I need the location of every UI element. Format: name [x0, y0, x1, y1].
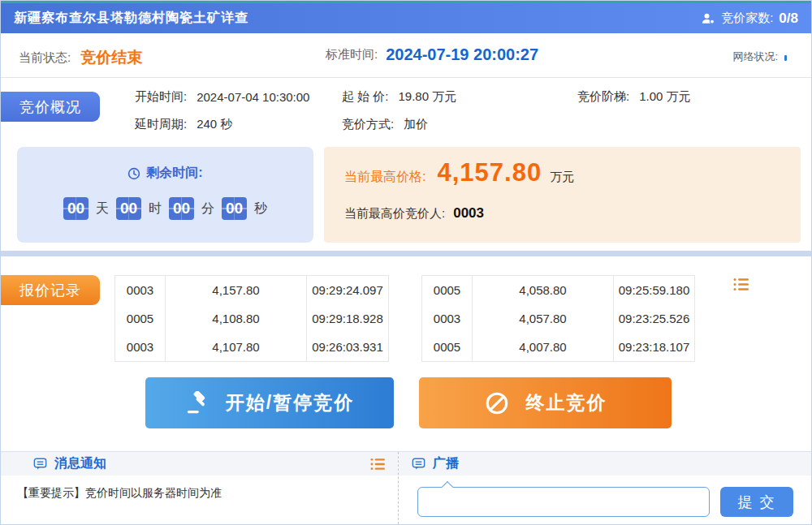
- server-time: 标准时间: 2024-07-19 20:00:27: [326, 45, 538, 64]
- title-bar: 新疆察布查尔县塔勒德村陶瓷土矿详查 竞价家数: 0/8: [1, 3, 811, 33]
- broadcast-panel: 广播 提 交: [399, 452, 811, 524]
- bid-price: 4,108.80: [166, 304, 307, 333]
- countdown-title: 剩余时间:: [17, 165, 313, 182]
- countdown-panel: 剩余时间: 00 天 00 时 00 分 00 秒: [17, 147, 313, 243]
- bid-time: 09:23:18.107: [614, 333, 694, 361]
- bid-price: 4,157.80: [166, 276, 307, 304]
- day-unit: 天: [96, 200, 109, 217]
- countdown-label: 剩余时间:: [146, 165, 202, 182]
- field-label: 竞价方式:: [342, 117, 394, 132]
- field-value: 19.80 万元: [399, 89, 457, 105]
- records-section-label: 报价记录: [1, 275, 100, 305]
- field-delay-period: 延时周期: 240 秒: [135, 117, 232, 132]
- terminate-button[interactable]: 终止竞价: [419, 377, 672, 428]
- bidder-count: 竞价家数: 0/8: [701, 11, 798, 27]
- field-label: 起 始 价:: [342, 89, 389, 105]
- field-value: 2024-07-04 10:30:00: [197, 90, 309, 104]
- bid-row: 0003 4,057.80 09:23:25.526: [422, 304, 694, 333]
- notice-title: 消息通知: [54, 455, 106, 472]
- countdown-digits: 00 天 00 时 00 分 00 秒: [17, 197, 313, 220]
- bid-time: 09:23:25.526: [614, 304, 694, 333]
- bid-table-left: 0003 4,157.80 09:29:24.097 0005 4,108.80…: [114, 275, 389, 362]
- countdown-seconds: 00: [222, 197, 247, 220]
- bid-row: 0003 4,107.80 09:26:03.931: [115, 333, 388, 361]
- second-unit: 秒: [254, 200, 267, 217]
- clock-icon: [127, 167, 140, 180]
- bidder-code: 0003: [422, 304, 473, 333]
- highest-price-row: 当前最高价格: 4,157.80 万元: [344, 158, 574, 187]
- field-label: 延时周期:: [135, 117, 187, 132]
- field-increment: 竞价阶梯: 1.00 万元: [577, 89, 691, 105]
- bidder-code: 0003: [115, 333, 166, 361]
- bidder-code: 0003: [115, 276, 166, 304]
- users-icon: [701, 11, 715, 26]
- auction-window: 新疆察布查尔县塔勒德村陶瓷土矿详查 竞价家数: 0/8 当前状态: 竞价结束 标…: [0, 0, 812, 525]
- start-pause-label: 开始/暂停竞价: [226, 390, 354, 415]
- field-value: 240 秒: [197, 117, 232, 132]
- countdown-days: 00: [63, 197, 89, 220]
- hour-unit: 时: [149, 200, 162, 217]
- notice-header: 消息通知: [1, 452, 398, 476]
- highest-bidder-row: 当前最高价竞价人: 0003: [344, 205, 484, 222]
- overview-section-label: 竞价概况: [1, 92, 100, 122]
- network-status: 网络状况:: [732, 49, 787, 64]
- highest-price-value: 4,157.80: [437, 158, 542, 187]
- minute-unit: 分: [201, 200, 214, 217]
- field-value: 1.00 万元: [639, 89, 690, 105]
- bottom-panels: 消息通知 【重要提示】竞价时间以服务器时间为准: [1, 451, 811, 524]
- field-value: 加价: [404, 117, 428, 132]
- bidder-count-value: 0/8: [779, 11, 798, 27]
- bidder-code: 0005: [115, 304, 166, 333]
- state-label: 当前状态:: [19, 50, 71, 66]
- bid-row: 0005 4,108.80 09:29:18.928: [115, 304, 388, 333]
- bid-price: 4,007.80: [473, 333, 614, 361]
- time-label: 标准时间:: [326, 47, 378, 62]
- field-start-price: 起 始 价: 19.80 万元: [342, 89, 456, 105]
- state-value: 竞价结束: [80, 47, 142, 68]
- field-label: 开始时间:: [135, 89, 187, 105]
- countdown-minutes: 00: [169, 197, 194, 220]
- broadcast-header: 广播: [399, 452, 811, 476]
- notice-message: 【重要提示】竞价时间以服务器时间为准: [1, 476, 398, 511]
- chat-bubble-icon: [33, 458, 47, 471]
- notice-panel: 消息通知 【重要提示】竞价时间以服务器时间为准: [1, 452, 399, 524]
- highest-bidder-value: 0003: [453, 205, 484, 222]
- records-section: 报价记录 0003 4,157.80 09:29:24.097 0005 4,1…: [1, 256, 811, 451]
- prohibit-icon: [484, 390, 510, 416]
- price-unit: 万元: [550, 170, 574, 185]
- bid-price: 4,057.80: [473, 304, 614, 333]
- bid-row: 0005 4,058.80 09:25:59.180: [422, 276, 694, 304]
- notice-list-icon[interactable]: [370, 458, 385, 471]
- highest-price-label: 当前最高价格:: [344, 169, 425, 186]
- bid-row: 0005 4,007.80 09:23:18.107: [422, 333, 694, 361]
- time-value: 2024-07-19 20:00:27: [386, 45, 538, 64]
- bid-table-right: 0005 4,058.80 09:25:59.180 0003 4,057.80…: [421, 275, 695, 362]
- bidder-code: 0005: [422, 333, 473, 361]
- gavel-icon: [185, 391, 209, 415]
- bid-price: 4,058.80: [473, 276, 614, 304]
- highest-bidder-label: 当前最高价竞价人:: [344, 206, 445, 222]
- highest-price-panel: 当前最高价格: 4,157.80 万元 当前最高价竞价人: 0003: [324, 147, 801, 243]
- current-state: 当前状态: 竞价结束: [19, 47, 142, 68]
- countdown-hours: 00: [116, 197, 141, 220]
- page-title: 新疆察布查尔县塔勒德村陶瓷土矿详查: [14, 10, 248, 27]
- broadcast-title: 广播: [433, 455, 459, 472]
- bid-time: 09:26:03.931: [307, 333, 388, 361]
- chat-bubble-icon: [412, 458, 425, 471]
- section-divider: [1, 251, 811, 256]
- terminate-label: 终止竞价: [526, 390, 607, 415]
- overview-section: 竞价概况 开始时间: 2024-07-04 10:30:00 起 始 价: 19…: [1, 78, 811, 251]
- broadcast-input[interactable]: [417, 487, 710, 517]
- bid-time: 09:29:18.928: [307, 304, 388, 333]
- submit-button[interactable]: 提 交: [720, 487, 793, 517]
- field-bid-mode: 竞价方式: 加价: [342, 117, 428, 132]
- bidder-code: 0005: [422, 276, 473, 304]
- field-start-time: 开始时间: 2024-07-04 10:30:00: [135, 89, 309, 105]
- bid-price: 4,107.80: [166, 333, 307, 361]
- bid-row: 0003 4,157.80 09:29:24.097: [115, 276, 388, 304]
- start-pause-button[interactable]: 开始/暂停竞价: [145, 377, 394, 428]
- field-label: 竞价阶梯:: [577, 89, 629, 105]
- records-list-icon[interactable]: [733, 278, 749, 291]
- signal-icon: [784, 53, 787, 61]
- status-bar: 当前状态: 竞价结束 标准时间: 2024-07-19 20:00:27 网络状…: [1, 33, 811, 78]
